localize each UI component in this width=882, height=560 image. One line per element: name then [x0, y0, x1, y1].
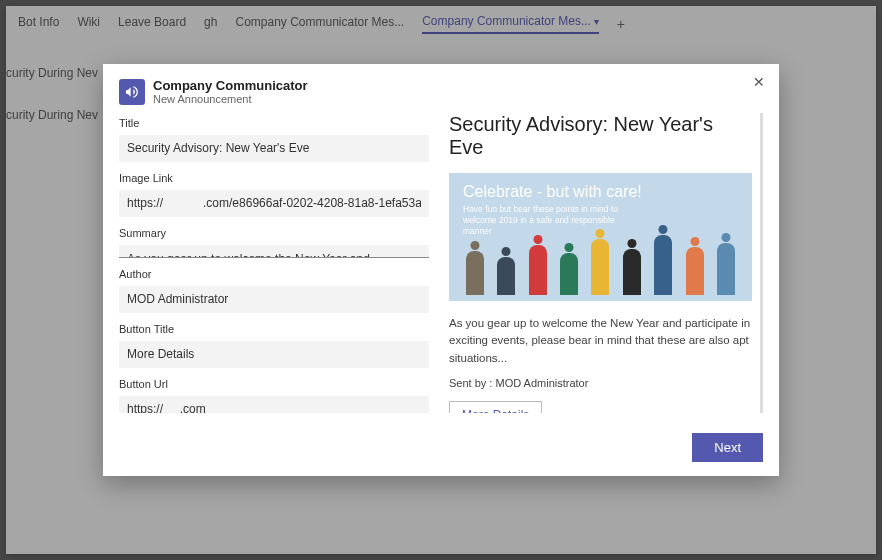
title-input[interactable] — [119, 135, 429, 162]
title-label: Title — [119, 117, 429, 129]
image-link-input[interactable] — [119, 190, 429, 217]
preview-more-details-button[interactable]: More Details — [449, 401, 542, 413]
megaphone-icon — [119, 79, 145, 105]
preview-image-heading: Celebrate - but with care! — [463, 183, 642, 201]
people-illustration — [459, 221, 742, 295]
button-title-input[interactable] — [119, 341, 429, 368]
summary-label: Summary — [119, 227, 429, 239]
author-input[interactable] — [119, 286, 429, 313]
button-title-label: Button Title — [119, 323, 429, 335]
preview-sent-by: Sent by : MOD Administrator — [449, 377, 752, 389]
button-url-input[interactable] — [119, 396, 429, 413]
image-link-label: Image Link — [119, 172, 429, 184]
close-button[interactable]: ✕ — [753, 74, 765, 90]
form-column: Title Image Link Summary Author Button T… — [119, 113, 429, 413]
preview-column: Security Advisory: New Year's Eve Celebr… — [449, 113, 763, 413]
preview-summary: As you gear up to welcome the New Year a… — [449, 315, 752, 367]
author-label: Author — [119, 268, 429, 280]
summary-input[interactable] — [119, 245, 429, 258]
modal-header: Company Communicator New Announcement — [103, 64, 779, 113]
modal-app-title: Company Communicator — [153, 78, 308, 93]
modal-footer: Next — [103, 423, 779, 476]
modal-body: Title Image Link Summary Author Button T… — [103, 113, 779, 423]
button-url-label: Button Url — [119, 378, 429, 390]
modal-dialog: ✕ Company Communicator New Announcement … — [103, 64, 779, 476]
preview-title: Security Advisory: New Year's Eve — [449, 113, 752, 159]
modal-app-subtitle: New Announcement — [153, 93, 308, 105]
next-button[interactable]: Next — [692, 433, 763, 462]
modal-overlay: ✕ Company Communicator New Announcement … — [0, 0, 882, 560]
preview-image: Celebrate - but with care! Have fun but … — [449, 173, 752, 301]
